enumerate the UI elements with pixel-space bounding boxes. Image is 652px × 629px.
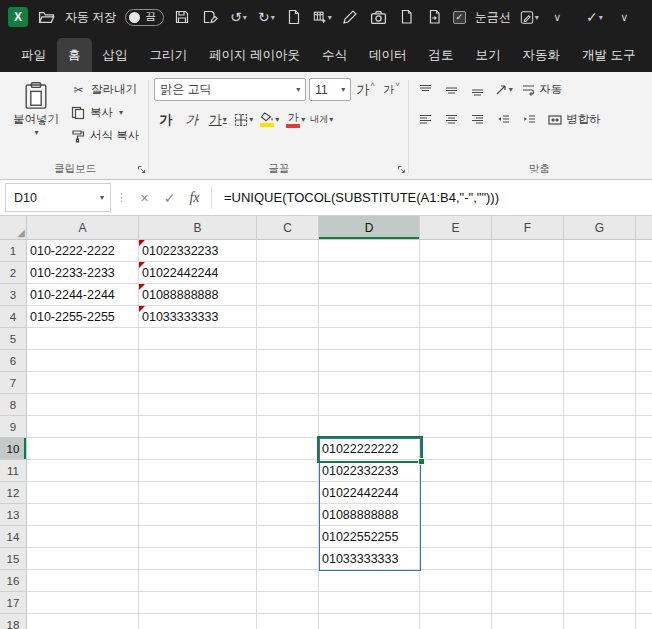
cell[interactable]: [564, 262, 636, 284]
cell[interactable]: [420, 262, 492, 284]
row-header[interactable]: 10: [0, 438, 27, 460]
column-header[interactable]: [636, 216, 652, 240]
merge-center-button[interactable]: 병합하: [548, 108, 601, 131]
cell[interactable]: [420, 482, 492, 504]
cell[interactable]: [257, 262, 319, 284]
align-middle-button[interactable]: [440, 78, 463, 101]
row-header[interactable]: 7: [0, 372, 27, 394]
insert-function-button[interactable]: fx: [182, 180, 207, 215]
phonetic-guide-button[interactable]: 내게 ▾: [310, 108, 333, 131]
cell[interactable]: 01022442244: [319, 482, 420, 504]
cell[interactable]: [564, 526, 636, 548]
qat-overflow-button[interactable]: ∨: [548, 8, 567, 27]
cell[interactable]: [564, 350, 636, 372]
cell[interactable]: [420, 416, 492, 438]
font-name-select[interactable]: 맑은 고딕 ▾: [154, 78, 306, 101]
column-header[interactable]: E: [420, 216, 492, 240]
cell[interactable]: [420, 460, 492, 482]
ribbon-options-button[interactable]: ∨: [615, 8, 634, 27]
cell[interactable]: [27, 350, 139, 372]
orientation-button[interactable]: ▾: [492, 78, 515, 101]
select-all-button[interactable]: ◢: [0, 216, 27, 240]
cell[interactable]: [564, 240, 636, 262]
ribbon-tab[interactable]: 개발 도구: [571, 38, 646, 72]
cell[interactable]: 010-2244-2244: [27, 284, 139, 306]
cell[interactable]: 01022552255: [319, 526, 420, 548]
cell[interactable]: [257, 394, 319, 416]
cell[interactable]: [257, 306, 319, 328]
cell[interactable]: [492, 460, 564, 482]
cell[interactable]: [564, 482, 636, 504]
cell[interactable]: [564, 504, 636, 526]
cell[interactable]: [319, 372, 420, 394]
align-right-button[interactable]: [466, 108, 489, 131]
cell[interactable]: [319, 240, 420, 262]
cell[interactable]: [319, 592, 420, 614]
cell[interactable]: [420, 570, 492, 592]
cell[interactable]: [636, 372, 652, 394]
cell[interactable]: [492, 504, 564, 526]
font-dialog-launcher-icon[interactable]: [397, 165, 406, 174]
cell[interactable]: [564, 548, 636, 570]
cell[interactable]: [139, 592, 257, 614]
cell[interactable]: [139, 482, 257, 504]
row-header[interactable]: 2: [0, 262, 27, 284]
cell[interactable]: 01022332233: [319, 460, 420, 482]
cell[interactable]: [27, 482, 139, 504]
cell[interactable]: [27, 416, 139, 438]
new-document-icon[interactable]: [285, 8, 304, 27]
cell[interactable]: [636, 262, 652, 284]
ribbon-tab[interactable]: 홈: [57, 38, 92, 72]
copy-button[interactable]: 복사 ▾: [67, 101, 143, 124]
clipboard-dialog-launcher-icon[interactable]: [137, 165, 146, 174]
cell[interactable]: [139, 504, 257, 526]
wrap-text-button[interactable]: 자동: [522, 78, 562, 101]
check-tool-button[interactable]: ✓ ▾: [585, 8, 604, 27]
cell[interactable]: [636, 570, 652, 592]
cell[interactable]: [257, 372, 319, 394]
cell[interactable]: [564, 570, 636, 592]
cell[interactable]: [492, 570, 564, 592]
cell[interactable]: [492, 614, 564, 629]
cell[interactable]: [420, 306, 492, 328]
cell[interactable]: [636, 394, 652, 416]
ribbon-tab[interactable]: 파일: [10, 38, 57, 72]
cell[interactable]: [27, 328, 139, 350]
column-header[interactable]: A: [27, 216, 139, 240]
cell[interactable]: [420, 504, 492, 526]
confirm-entry-button[interactable]: ✓: [157, 180, 182, 215]
row-header[interactable]: 17: [0, 592, 27, 614]
document-arrow-icon[interactable]: [425, 8, 444, 27]
align-top-button[interactable]: [414, 78, 437, 101]
cell[interactable]: [319, 328, 420, 350]
cell[interactable]: [27, 394, 139, 416]
cell[interactable]: [420, 548, 492, 570]
cell[interactable]: [492, 592, 564, 614]
cell[interactable]: 01022332233: [139, 240, 257, 262]
undo-button[interactable]: ↺ ▾: [229, 8, 248, 27]
row-header[interactable]: 11: [0, 460, 27, 482]
paste-button[interactable]: 붙여넣기 ▾: [7, 78, 65, 140]
cell[interactable]: 01033333333: [319, 548, 420, 570]
row-header[interactable]: 15: [0, 548, 27, 570]
cell[interactable]: [257, 438, 319, 460]
column-header[interactable]: F: [492, 216, 564, 240]
cell[interactable]: [564, 372, 636, 394]
cell[interactable]: [257, 416, 319, 438]
bold-button[interactable]: 가: [154, 108, 177, 131]
ribbon-tab[interactable]: 페이지 레이아웃: [198, 38, 311, 72]
cell[interactable]: [636, 460, 652, 482]
cell[interactable]: [27, 526, 139, 548]
row-header[interactable]: 9: [0, 416, 27, 438]
cell[interactable]: [492, 350, 564, 372]
cell[interactable]: [319, 284, 420, 306]
cell[interactable]: [257, 350, 319, 372]
cell[interactable]: [636, 504, 652, 526]
cell[interactable]: [564, 394, 636, 416]
cell[interactable]: [492, 394, 564, 416]
column-header[interactable]: D: [319, 216, 420, 240]
font-color-button[interactable]: 가 ▾: [284, 108, 307, 131]
cell[interactable]: [636, 328, 652, 350]
ribbon-tab[interactable]: 삽입: [92, 38, 139, 72]
cell[interactable]: [564, 306, 636, 328]
